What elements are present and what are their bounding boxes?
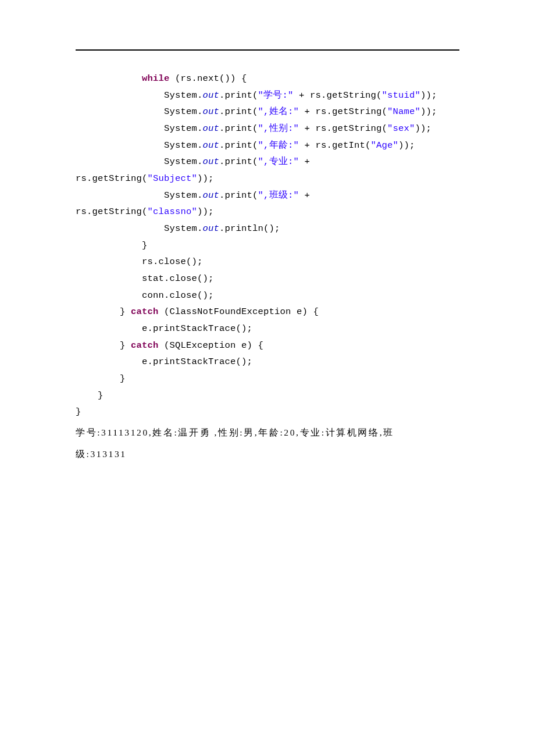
static-out: out [203, 140, 220, 151]
code-line: } [76, 406, 81, 417]
code-line: } catch (SQLException e) { [76, 340, 263, 351]
code-line: System.out.print("学号:" + rs.getString("s… [76, 90, 437, 101]
string-literal: ",年龄:" [258, 140, 299, 151]
code-line: while (rs.next()) { [76, 73, 247, 84]
code-line: stat.close(); [76, 273, 214, 284]
string-literal: "classno" [148, 206, 198, 217]
static-out: out [203, 190, 220, 201]
string-literal: ",性别:" [258, 123, 299, 134]
code-line: e.printStackTrace(); [76, 356, 252, 367]
string-literal: "sex" [387, 123, 415, 134]
code-line: } [76, 240, 148, 251]
output-line: 学号:31113120,姓名:温开勇 ,性别:男,年龄:20,专业:计算机网络,… [76, 422, 459, 443]
static-out: out [203, 123, 220, 134]
code-line: conn.close(); [76, 290, 214, 301]
string-literal: ",专业:" [258, 156, 299, 167]
code-line: System.out.print(",姓名:" + rs.getString("… [76, 106, 437, 117]
keyword-while: while [142, 73, 170, 84]
code-line: System.out.print(",班级:" + [76, 190, 310, 201]
code-block: while (rs.next()) { System.out.print("学号… [76, 70, 459, 420]
document-page: while (rs.next()) { System.out.print("学号… [0, 0, 535, 488]
code-line: } catch (ClassNotFoundException e) { [76, 306, 319, 317]
string-literal: ",班级:" [258, 190, 299, 201]
keyword-catch: catch [131, 340, 159, 351]
string-literal: "Subject" [148, 173, 198, 184]
string-literal: "Age" [371, 140, 399, 151]
code-line: System.out.println(); [76, 223, 280, 234]
string-literal: "Name" [387, 106, 420, 117]
string-literal: "stuid" [382, 90, 421, 101]
code-line: } [76, 373, 126, 384]
string-literal: "学号:" [258, 90, 294, 101]
code-line: rs.getString("classno")); [76, 206, 214, 217]
code-line: rs.getString("Subject")); [76, 173, 214, 184]
code-line: System.out.print(",年龄:" + rs.getInt("Age… [76, 140, 415, 151]
code-line: rs.close(); [76, 256, 203, 267]
code-line: } [76, 390, 104, 401]
code-line: System.out.print(",性别:" + rs.getString("… [76, 123, 431, 134]
static-out: out [203, 223, 220, 234]
code-line: System.out.print(",专业:" + [76, 156, 310, 167]
horizontal-rule [76, 49, 459, 51]
static-out: out [203, 90, 220, 101]
output-line: 级:313131 [76, 443, 459, 465]
static-out: out [203, 156, 220, 167]
static-out: out [203, 106, 220, 117]
keyword-catch: catch [131, 306, 159, 317]
code-line: e.printStackTrace(); [76, 323, 252, 334]
string-literal: ",姓名:" [258, 106, 299, 117]
program-output: 学号:31113120,姓名:温开勇 ,性别:男,年龄:20,专业:计算机网络,… [76, 422, 459, 465]
